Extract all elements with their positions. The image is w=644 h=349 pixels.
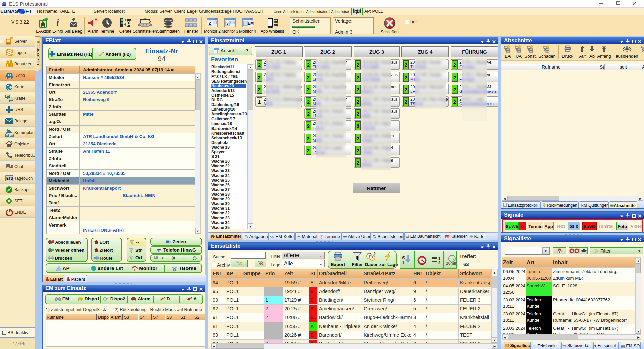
- svg-text:10min: 10min: [446, 261, 457, 266]
- svg-text:LUNAS: LUNAS: [0, 8, 18, 14]
- svg-text:3: 3: [226, 21, 229, 26]
- svg-text:ETB: ETB: [6, 177, 13, 180]
- svg-text:EM: EM: [248, 21, 254, 26]
- svg-text:2: 2: [438, 261, 440, 265]
- svg-text:0: 0: [374, 252, 376, 256]
- svg-text:FT: FT: [25, 8, 32, 14]
- svg-text:2: 2: [209, 21, 211, 26]
- svg-text:112: 112: [158, 250, 161, 252]
- svg-text:T: T: [402, 260, 405, 265]
- svg-text:1: 1: [438, 256, 440, 260]
